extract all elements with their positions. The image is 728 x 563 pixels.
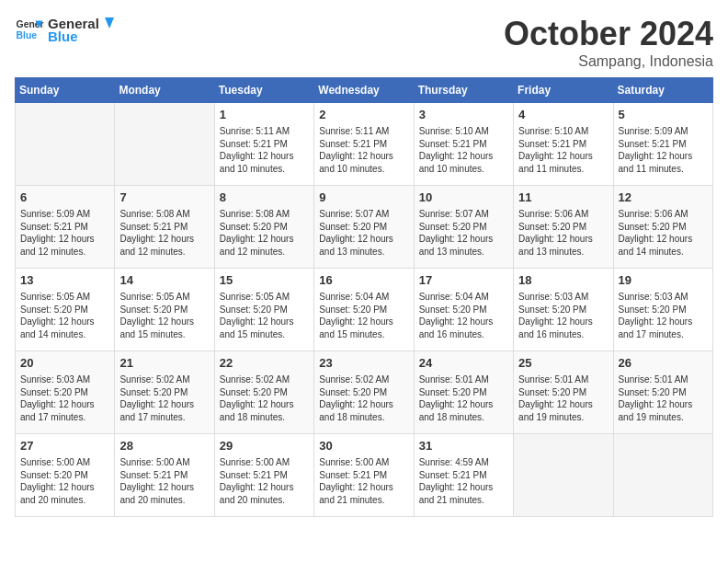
day-number: 5	[619, 107, 708, 123]
calendar-cell: 18Sunrise: 5:03 AM Sunset: 5:20 PM Dayli…	[514, 269, 613, 351]
day-info: Sunrise: 5:02 AM Sunset: 5:20 PM Dayligh…	[319, 373, 408, 423]
calendar-cell: 4Sunrise: 5:10 AM Sunset: 5:21 PM Daylig…	[514, 103, 613, 186]
day-number: 10	[419, 190, 508, 206]
day-info: Sunrise: 5:03 AM Sunset: 5:20 PM Dayligh…	[20, 373, 109, 423]
calendar-cell: 27Sunrise: 5:00 AM Sunset: 5:20 PM Dayli…	[16, 434, 115, 517]
calendar-cell: 14Sunrise: 5:05 AM Sunset: 5:20 PM Dayli…	[115, 269, 214, 351]
day-info: Sunrise: 5:08 AM Sunset: 5:21 PM Dayligh…	[119, 208, 209, 258]
calendar-cell: 30Sunrise: 5:00 AM Sunset: 5:21 PM Dayli…	[314, 434, 414, 517]
svg-marker-3	[105, 17, 114, 29]
day-number: 28	[119, 438, 209, 454]
day-number: 18	[518, 272, 608, 289]
calendar-cell: 1Sunrise: 5:11 AM Sunset: 5:21 PM Daylig…	[214, 103, 313, 186]
day-info: Sunrise: 5:03 AM Sunset: 5:20 PM Dayligh…	[619, 291, 708, 340]
svg-text:Blue: Blue	[17, 30, 38, 40]
calendar-cell: 12Sunrise: 5:06 AM Sunset: 5:20 PM Dayli…	[613, 186, 712, 269]
day-number: 14	[119, 272, 209, 289]
day-info: Sunrise: 5:07 AM Sunset: 5:20 PM Dayligh…	[419, 208, 508, 258]
day-number: 13	[20, 272, 109, 289]
day-number: 15	[220, 272, 309, 289]
calendar-cell: 11Sunrise: 5:06 AM Sunset: 5:20 PM Dayli…	[514, 186, 613, 269]
logo-icon: General Blue	[15, 15, 44, 44]
day-info: Sunrise: 5:09 AM Sunset: 5:21 PM Dayligh…	[619, 125, 708, 175]
day-number: 16	[319, 272, 408, 289]
calendar-cell: 3Sunrise: 5:10 AM Sunset: 5:21 PM Daylig…	[414, 103, 513, 186]
calendar-cell	[16, 103, 115, 186]
day-number: 1	[220, 107, 309, 123]
month-title: October 2024	[504, 15, 713, 53]
day-info: Sunrise: 5:01 AM Sunset: 5:20 PM Dayligh…	[419, 373, 508, 423]
day-number: 12	[619, 190, 708, 206]
day-info: Sunrise: 5:00 AM Sunset: 5:21 PM Dayligh…	[220, 456, 309, 506]
day-number: 27	[20, 438, 109, 454]
day-number: 11	[518, 190, 608, 206]
day-number: 24	[419, 355, 508, 372]
day-number: 31	[419, 438, 508, 454]
day-number: 29	[220, 438, 309, 454]
logo: General Blue General Blue	[15, 15, 116, 44]
calendar-cell: 28Sunrise: 5:00 AM Sunset: 5:21 PM Dayli…	[115, 434, 214, 517]
day-number: 25	[518, 355, 608, 372]
day-info: Sunrise: 5:06 AM Sunset: 5:20 PM Dayligh…	[518, 208, 608, 258]
day-info: Sunrise: 5:04 AM Sunset: 5:20 PM Dayligh…	[319, 291, 408, 340]
day-info: Sunrise: 5:11 AM Sunset: 5:21 PM Dayligh…	[220, 125, 309, 175]
page-header: General Blue General Blue October 2024 S…	[15, 15, 713, 70]
calendar-cell: 17Sunrise: 5:04 AM Sunset: 5:20 PM Dayli…	[414, 269, 513, 351]
logo-triangle-icon	[99, 16, 116, 32]
day-info: Sunrise: 5:09 AM Sunset: 5:21 PM Dayligh…	[20, 208, 109, 258]
day-info: Sunrise: 5:11 AM Sunset: 5:21 PM Dayligh…	[319, 125, 408, 175]
day-info: Sunrise: 5:05 AM Sunset: 5:20 PM Dayligh…	[20, 291, 109, 340]
calendar-cell: 29Sunrise: 5:00 AM Sunset: 5:21 PM Dayli…	[214, 434, 313, 517]
day-info: Sunrise: 5:05 AM Sunset: 5:20 PM Dayligh…	[119, 291, 209, 340]
calendar-cell: 16Sunrise: 5:04 AM Sunset: 5:20 PM Dayli…	[314, 269, 414, 351]
calendar-cell: 23Sunrise: 5:02 AM Sunset: 5:20 PM Dayli…	[314, 351, 414, 434]
calendar-cell: 21Sunrise: 5:02 AM Sunset: 5:20 PM Dayli…	[115, 351, 214, 434]
day-number: 22	[220, 355, 309, 372]
day-info: Sunrise: 5:01 AM Sunset: 5:20 PM Dayligh…	[518, 373, 608, 423]
day-info: Sunrise: 5:00 AM Sunset: 5:21 PM Dayligh…	[119, 456, 209, 506]
calendar-cell	[514, 434, 613, 517]
day-info: Sunrise: 4:59 AM Sunset: 5:21 PM Dayligh…	[419, 456, 508, 506]
calendar-cell: 31Sunrise: 4:59 AM Sunset: 5:21 PM Dayli…	[414, 434, 513, 517]
day-number: 21	[119, 355, 209, 372]
day-number: 23	[319, 355, 408, 372]
calendar-cell: 22Sunrise: 5:02 AM Sunset: 5:20 PM Dayli…	[214, 351, 313, 434]
calendar-cell: 9Sunrise: 5:07 AM Sunset: 5:20 PM Daylig…	[314, 186, 414, 269]
day-number: 19	[619, 272, 708, 289]
weekday-header-thursday: Thursday	[414, 78, 513, 103]
calendar-week-2: 6Sunrise: 5:09 AM Sunset: 5:21 PM Daylig…	[16, 186, 713, 269]
day-info: Sunrise: 5:10 AM Sunset: 5:21 PM Dayligh…	[518, 125, 608, 175]
weekday-header-saturday: Saturday	[613, 78, 712, 103]
day-info: Sunrise: 5:07 AM Sunset: 5:20 PM Dayligh…	[319, 208, 408, 258]
day-number: 17	[419, 272, 508, 289]
calendar-cell: 15Sunrise: 5:05 AM Sunset: 5:20 PM Dayli…	[214, 269, 313, 351]
day-number: 2	[319, 107, 408, 123]
calendar-week-4: 20Sunrise: 5:03 AM Sunset: 5:20 PM Dayli…	[16, 351, 713, 434]
calendar-cell: 13Sunrise: 5:05 AM Sunset: 5:20 PM Dayli…	[16, 269, 115, 351]
weekday-header-friday: Friday	[514, 78, 613, 103]
day-number: 3	[419, 107, 508, 123]
calendar-cell: 6Sunrise: 5:09 AM Sunset: 5:21 PM Daylig…	[16, 186, 115, 269]
calendar-week-3: 13Sunrise: 5:05 AM Sunset: 5:20 PM Dayli…	[16, 269, 713, 351]
calendar-header-row: SundayMondayTuesdayWednesdayThursdayFrid…	[16, 78, 713, 103]
calendar-body: 1Sunrise: 5:11 AM Sunset: 5:21 PM Daylig…	[16, 103, 713, 517]
calendar-cell: 10Sunrise: 5:07 AM Sunset: 5:20 PM Dayli…	[414, 186, 513, 269]
day-info: Sunrise: 5:01 AM Sunset: 5:20 PM Dayligh…	[619, 373, 708, 423]
calendar-cell: 5Sunrise: 5:09 AM Sunset: 5:21 PM Daylig…	[613, 103, 712, 186]
day-info: Sunrise: 5:04 AM Sunset: 5:20 PM Dayligh…	[419, 291, 508, 340]
day-number: 6	[20, 190, 109, 206]
location-subtitle: Sampang, Indonesia	[504, 53, 713, 70]
day-info: Sunrise: 5:10 AM Sunset: 5:21 PM Dayligh…	[419, 125, 508, 175]
weekday-header-wednesday: Wednesday	[314, 78, 414, 103]
weekday-header-monday: Monday	[115, 78, 214, 103]
day-info: Sunrise: 5:06 AM Sunset: 5:20 PM Dayligh…	[619, 208, 708, 258]
day-info: Sunrise: 5:08 AM Sunset: 5:20 PM Dayligh…	[220, 208, 309, 258]
day-info: Sunrise: 5:05 AM Sunset: 5:20 PM Dayligh…	[220, 291, 309, 340]
calendar-cell: 20Sunrise: 5:03 AM Sunset: 5:20 PM Dayli…	[16, 351, 115, 434]
weekday-header-tuesday: Tuesday	[214, 78, 313, 103]
day-info: Sunrise: 5:03 AM Sunset: 5:20 PM Dayligh…	[518, 291, 608, 340]
weekday-header-sunday: Sunday	[16, 78, 115, 103]
title-block: October 2024 Sampang, Indonesia	[504, 15, 713, 70]
day-number: 9	[319, 190, 408, 206]
calendar-week-1: 1Sunrise: 5:11 AM Sunset: 5:21 PM Daylig…	[16, 103, 713, 186]
